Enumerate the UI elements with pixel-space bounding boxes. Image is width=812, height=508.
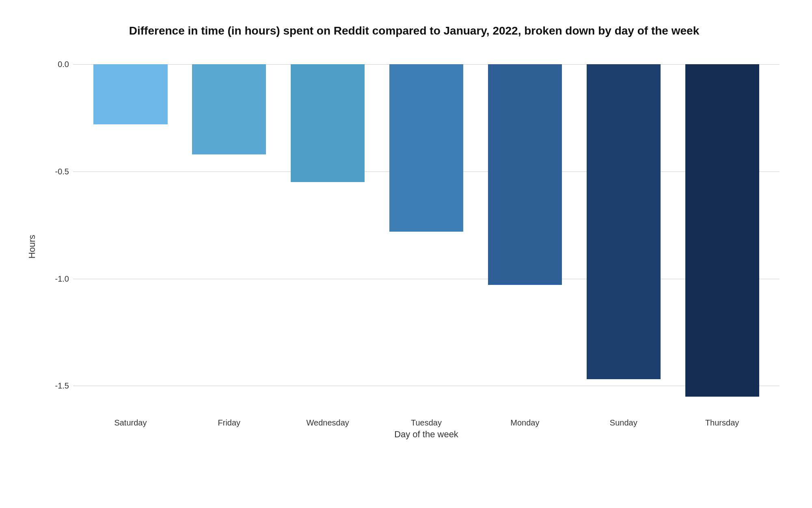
bar-group xyxy=(475,54,574,407)
chart-bar-wednesday xyxy=(291,64,365,182)
bar-wrapper xyxy=(685,54,759,407)
x-label-thursday: Thursday xyxy=(673,418,771,428)
y-tick-label: 0.0 xyxy=(58,60,69,69)
chart-title: Difference in time (in hours) spent on R… xyxy=(49,24,780,37)
chart-bar-friday xyxy=(192,64,266,154)
x-label-friday: Friday xyxy=(180,418,279,428)
bar-group xyxy=(180,54,279,407)
y-axis-label: Hours xyxy=(27,235,37,259)
x-label-saturday: Saturday xyxy=(81,418,180,428)
bar-wrapper xyxy=(291,54,365,407)
chart-bar-thursday xyxy=(685,64,759,396)
bar-wrapper xyxy=(488,54,562,407)
x-axis-title: Day of the week xyxy=(73,429,780,440)
chart-bar-sunday xyxy=(587,64,661,379)
x-label-sunday: Sunday xyxy=(574,418,673,428)
bars-container xyxy=(73,54,780,407)
bar-group xyxy=(574,54,673,407)
plot-area: 0.0-0.5-1.0-1.5 xyxy=(73,54,780,407)
bar-group xyxy=(673,54,771,407)
y-tick-label: -0.5 xyxy=(55,167,69,176)
bar-wrapper xyxy=(93,54,167,407)
x-label-wednesday: Wednesday xyxy=(279,418,377,428)
bar-wrapper xyxy=(192,54,266,407)
chart-bar-monday xyxy=(488,64,562,285)
chart-container: Difference in time (in hours) spent on R… xyxy=(0,0,812,508)
bar-group xyxy=(279,54,377,407)
bar-wrapper xyxy=(389,54,463,407)
x-axis-labels: SaturdayFridayWednesdayTuesdayMondaySund… xyxy=(73,418,780,428)
y-tick-label: -1.0 xyxy=(55,274,69,283)
x-label-tuesday: Tuesday xyxy=(377,418,476,428)
x-label-monday: Monday xyxy=(475,418,574,428)
y-tick-label: -1.5 xyxy=(55,381,69,391)
bar-group xyxy=(81,54,180,407)
bar-wrapper xyxy=(587,54,661,407)
bar-group xyxy=(377,54,476,407)
chart-bar-tuesday xyxy=(389,64,463,231)
chart-bar-saturday xyxy=(93,64,167,124)
chart-area: Hours 0.0-0.5-1.0-1.5 SaturdayFridayWedn… xyxy=(49,54,780,440)
